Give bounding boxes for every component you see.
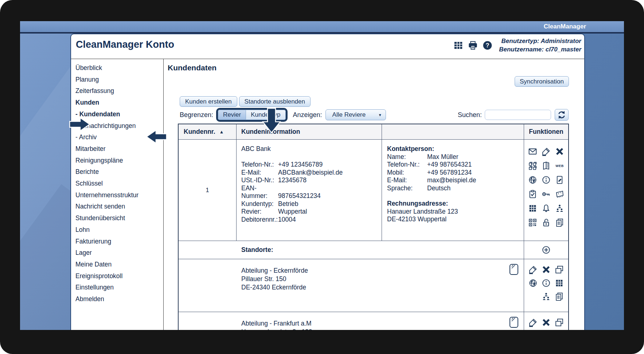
sort-asc-icon[interactable]: ▲ <box>219 129 224 135</box>
note-icon[interactable] <box>509 264 519 275</box>
sidebar-item-unternehmensstruktur[interactable]: Unternehmensstruktur <box>75 190 163 201</box>
sidebar-item-ueberblick[interactable]: Überblick <box>75 62 163 74</box>
annotation-arrow-right <box>69 117 90 132</box>
action-buttons: Kunden erstellen Standorte ausblenden <box>180 96 311 107</box>
segment-revier[interactable]: Revier <box>218 110 246 120</box>
binder-icon[interactable] <box>542 161 551 170</box>
field-label: Name: <box>387 153 427 161</box>
window-header: CleanManager Konto Benutzertyp: Administ… <box>71 34 584 59</box>
edit-icon[interactable] <box>528 265 538 274</box>
copies-icon[interactable] <box>528 161 537 170</box>
sidebar-item-planung[interactable]: Planung <box>75 74 163 86</box>
globe-icon[interactable] <box>528 279 538 288</box>
sidebar-item-abmelden[interactable]: Abmelden <box>75 293 163 305</box>
info-icon[interactable] <box>542 175 551 184</box>
search-label: Suchen: <box>458 111 482 119</box>
sidebar: Überblick Planung Zeiterfassung Kunden -… <box>71 59 164 330</box>
refresh-icon <box>557 110 566 119</box>
location-cell: Abteilung - Eckernförde Pillauer Str. 15… <box>179 259 524 312</box>
create-customer-button[interactable]: Kunden erstellen <box>180 96 237 107</box>
billing-line: DE-42103 Wuppertal <box>387 215 524 223</box>
sidebar-item-nachricht-senden[interactable]: Nachricht senden <box>75 201 163 213</box>
field-label: E-Mail: <box>387 176 427 184</box>
location-cell: Abteilung - Frankfurt a.M Hanauer Landst… <box>179 312 524 330</box>
contact-title: Kontaktperson: <box>387 145 524 153</box>
search-input[interactable] <box>485 110 551 120</box>
web-icon[interactable]: WEB <box>555 164 564 168</box>
org-icon[interactable] <box>555 204 564 213</box>
duplicate-icon[interactable] <box>555 265 564 274</box>
envelope-icon[interactable] <box>528 147 537 156</box>
limit-label: Begrenzen: <box>180 111 213 119</box>
clipboard-check-icon[interactable] <box>528 190 537 199</box>
note-edit-icon[interactable] <box>555 175 564 184</box>
column-header-kundennr[interactable]: Kundennr. ▲ <box>179 124 237 140</box>
field-label: E-Mail: <box>241 169 278 177</box>
map-icon[interactable] <box>555 190 564 199</box>
note-icon[interactable] <box>509 316 519 328</box>
locations-add-cell <box>524 241 568 259</box>
edit-icon[interactable] <box>528 318 538 327</box>
reviere-dropdown[interactable]: Alle Reviere ▼ <box>325 109 386 120</box>
field-label: Debitorennr.: <box>241 216 278 224</box>
info-icon[interactable] <box>542 279 551 288</box>
sidebar-item-stundenuebersicht[interactable]: Stundenübersicht <box>75 213 163 224</box>
documents-icon[interactable] <box>555 292 564 301</box>
billing-line: Hanauer Landstraße 123 <box>387 208 524 216</box>
section-title: Kundendaten <box>168 63 216 72</box>
locations-header-row: Standorte: <box>179 241 568 259</box>
sidebar-item-kunden[interactable]: Kunden <box>75 97 163 109</box>
field-value: Deutsch <box>427 184 524 192</box>
table-header-row: Kundennr. ▲ Kundeninformation Funktionen <box>179 124 568 140</box>
sidebar-item-meine-daten[interactable]: Meine Daten <box>75 259 163 271</box>
refresh-button[interactable] <box>555 109 569 121</box>
sidebar-item-lohn[interactable]: Lohn <box>75 224 163 236</box>
field-label: USt.-ID-Nr.: <box>241 176 278 184</box>
plus-circle-icon[interactable] <box>542 245 551 254</box>
calculator-icon[interactable] <box>555 279 564 288</box>
sidebar-item-lager[interactable]: Lager <box>75 247 163 259</box>
sidebar-item-berichte[interactable]: Berichte <box>75 166 163 178</box>
field-value: 10004 <box>278 216 382 224</box>
sidebar-item-mitarbeiter[interactable]: Mitarbeiter <box>75 143 163 155</box>
sidebar-item-einstellungen[interactable]: Einstellungen <box>75 282 163 293</box>
key-icon[interactable] <box>542 190 551 199</box>
table-icon[interactable] <box>453 40 463 50</box>
duplicate-icon[interactable] <box>555 318 564 327</box>
field-label: Telefon-Nr.: <box>387 161 427 169</box>
location-line: Abteilung - Frankfurt a.M <box>241 319 524 328</box>
page-title: CleanManager Konto <box>76 39 174 50</box>
customer-fields: Telefon-Nr.:+49 123456789 E-Mail:ABCBank… <box>241 161 382 223</box>
org-icon[interactable] <box>542 292 551 301</box>
locations-label: Standorte: <box>179 241 524 259</box>
field-value: Wuppertal <box>278 208 382 216</box>
sidebar-item-reinigungsplaene[interactable]: Reinigungspläne <box>75 155 163 167</box>
edit-icon[interactable] <box>542 147 551 156</box>
customer-info-cell: ABC Bank Telefon-Nr.:+49 123456789 E-Mai… <box>237 140 382 241</box>
unlock-icon[interactable] <box>542 218 551 227</box>
bell-icon[interactable] <box>542 204 551 213</box>
sidebar-item-zeiterfassung[interactable]: Zeiterfassung <box>75 85 163 97</box>
brand-label: CleanManager <box>544 21 586 32</box>
field-value: 12345678 <box>278 176 382 184</box>
delete-icon[interactable] <box>542 265 551 274</box>
filter-row: Begrenzen: Revier Kundentyp Anzeigen: Al… <box>180 108 569 122</box>
sidebar-item-schluessel[interactable]: Schlüssel <box>75 178 163 190</box>
qr-icon[interactable] <box>528 218 537 227</box>
synchronisation-button[interactable]: Synchronisation <box>515 76 569 87</box>
field-value: Max Müller <box>427 153 524 161</box>
globe-icon[interactable] <box>528 175 537 184</box>
sidebar-item-ereignisprotokoll[interactable]: Ereignisprotokoll <box>75 271 163 282</box>
field-value: +49 567891234 <box>427 169 524 177</box>
print-icon[interactable] <box>468 40 478 50</box>
user-info: Benutzertyp: Administrator Benutzername:… <box>499 37 581 54</box>
delete-icon[interactable] <box>555 147 564 156</box>
browser-top-bar: CleanManager <box>20 21 624 32</box>
delete-icon[interactable] <box>542 318 551 327</box>
user-name: Benutzername: cl70_master <box>499 45 581 54</box>
calculator-icon[interactable] <box>528 204 537 213</box>
help-icon[interactable] <box>483 40 492 50</box>
hide-locations-button[interactable]: Standorte ausblenden <box>239 96 311 107</box>
sidebar-item-fakturierung[interactable]: Fakturierung <box>75 236 163 248</box>
documents-icon[interactable] <box>555 218 564 227</box>
